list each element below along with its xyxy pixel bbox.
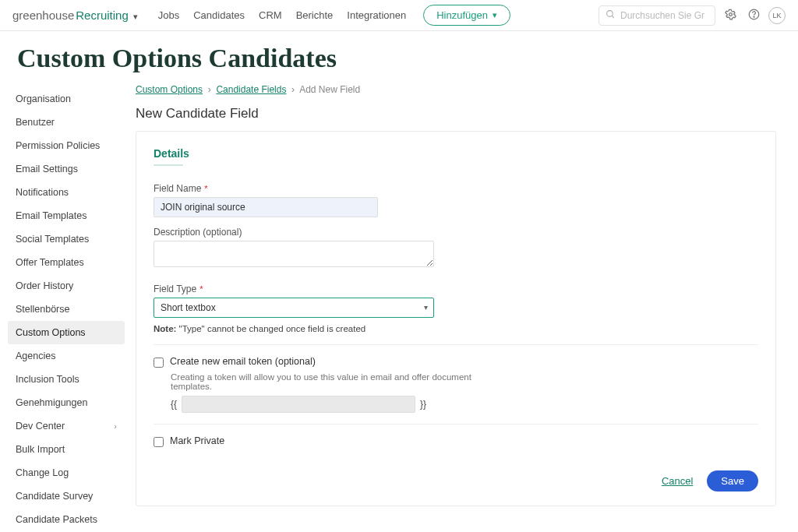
sidebar-item-order-history[interactable]: Order History	[8, 274, 125, 298]
section-header: Details	[154, 147, 758, 172]
email-token-hint: Creating a token will allow you to use t…	[171, 372, 482, 391]
mark-private-row[interactable]: Mark Private	[154, 435, 758, 447]
mark-private-checkbox[interactable]	[154, 437, 164, 447]
gear-icon	[725, 9, 736, 23]
new-field-form: Details Field Name* Description (optiona…	[136, 131, 776, 506]
avatar-initials: LK	[772, 12, 781, 19]
field-type-select[interactable]: Short textbox ▾	[154, 298, 434, 318]
sidebar-item-custom-options[interactable]: Custom Options	[8, 321, 125, 344]
nav-candidates[interactable]: Candidates	[193, 9, 245, 21]
svg-point-0	[607, 10, 613, 16]
sidebar-item-offer-templates[interactable]: Offer Templates	[8, 251, 125, 274]
breadcrumb-custom-options[interactable]: Custom Options	[136, 84, 203, 95]
sidebar-item-agencies[interactable]: Agencies	[8, 344, 125, 368]
brand-part1: greenhouse	[12, 9, 74, 22]
search-input[interactable]	[620, 10, 706, 21]
nav-crm[interactable]: CRM	[259, 9, 282, 21]
sidebar-item-notifications[interactable]: Notifications	[8, 181, 125, 204]
help-button[interactable]	[745, 7, 762, 24]
mark-private-label: Mark Private	[170, 435, 224, 446]
sidebar-item-permission-policies[interactable]: Permission Policies	[8, 134, 125, 157]
description-input[interactable]	[154, 241, 434, 267]
token-template-row: {{ }}	[171, 396, 758, 413]
sidebar-item-users[interactable]: Benutzer	[8, 111, 125, 134]
sidebar-item-bulk-import[interactable]: Bulk Import	[8, 438, 125, 461]
field-name-label: Field Name*	[154, 183, 758, 194]
save-button[interactable]: Save	[707, 470, 758, 491]
sidebar-item-social-templates[interactable]: Social Templates	[8, 227, 125, 251]
form-title: New Candidate Field	[136, 106, 776, 122]
field-type-note: Note: "Type" cannot be changed once fiel…	[154, 324, 758, 333]
chevron-right-icon: ›	[114, 421, 117, 431]
sidebar-item-dev-center[interactable]: Dev Center ›	[8, 414, 125, 438]
token-close-brace: }}	[420, 399, 426, 410]
avatar[interactable]: LK	[768, 7, 786, 24]
help-icon	[748, 9, 760, 23]
search-icon	[606, 9, 616, 22]
sidebar-item-change-log[interactable]: Change Log	[8, 461, 125, 484]
svg-line-1	[612, 16, 614, 18]
email-token-checkbox[interactable]	[154, 358, 164, 368]
sidebar-item-inclusion-tools[interactable]: Inclusion Tools	[8, 368, 125, 391]
email-token-row[interactable]: Create new email token (optional)	[154, 356, 758, 368]
field-type-value: Short textbox	[154, 298, 434, 318]
chevron-down-icon: ▾	[133, 12, 138, 22]
sidebar-item-candidate-packets[interactable]: Candidate Packets	[8, 508, 125, 531]
global-search[interactable]	[598, 5, 715, 26]
svg-point-2	[729, 12, 732, 16]
settings-sidebar: Organisation Benutzer Permission Policie…	[0, 83, 125, 531]
chevron-down-icon: ▾	[493, 10, 497, 20]
brand-switcher[interactable]: greenhouse Recruiting ▾	[12, 9, 138, 22]
sidebar-item-email-settings[interactable]: Email Settings	[8, 157, 125, 181]
token-open-brace: {{	[171, 399, 177, 410]
breadcrumb-candidate-fields[interactable]: Candidate Fields	[216, 84, 286, 95]
nav-jobs[interactable]: Jobs	[158, 9, 179, 21]
settings-button[interactable]	[722, 7, 739, 24]
nav-reports[interactable]: Berichte	[296, 9, 334, 21]
nav-integrations[interactable]: Integrationen	[347, 9, 406, 21]
primary-nav: Jobs Candidates CRM Berichte Integration…	[158, 9, 406, 21]
field-type-label: Field Type*	[154, 284, 758, 294]
breadcrumb-current: Add New Field	[299, 84, 360, 95]
dropdown-icon: ▾	[424, 303, 428, 312]
description-label: Description (optional)	[154, 227, 758, 238]
brand-part2: Recruiting	[76, 9, 129, 22]
add-button[interactable]: Hinzufügen ▾	[423, 5, 510, 26]
page-title: Custom Options Candidates	[0, 31, 798, 83]
field-name-input[interactable]	[154, 197, 378, 217]
add-button-label: Hinzufügen	[436, 9, 488, 21]
sidebar-item-approvals[interactable]: Genehmigungen	[8, 391, 125, 414]
sidebar-item-job-board[interactable]: Stellenbörse	[8, 298, 125, 321]
sidebar-item-email-templates[interactable]: Email Templates	[8, 204, 125, 227]
cancel-button[interactable]: Cancel	[662, 475, 693, 487]
breadcrumb: Custom Options › Candidate Fields › Add …	[136, 84, 776, 95]
sidebar-item-organisation[interactable]: Organisation	[8, 87, 125, 111]
svg-point-4	[754, 16, 754, 17]
token-value-input	[182, 396, 415, 413]
sidebar-item-candidate-survey[interactable]: Candidate Survey	[8, 484, 125, 508]
email-token-label: Create new email token (optional)	[170, 356, 316, 367]
